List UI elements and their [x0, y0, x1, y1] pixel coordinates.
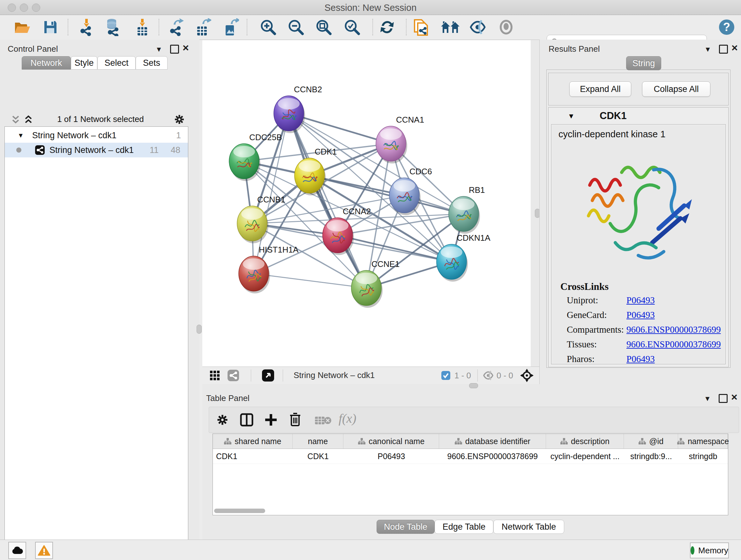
zoom-in-button[interactable]	[258, 17, 279, 37]
table-cell[interactable]: stringdb:9...	[624, 449, 678, 463]
zoom-selected-button[interactable]	[341, 17, 362, 37]
table-cell[interactable]: cyclin-dependent ...	[546, 449, 624, 463]
add-column-icon[interactable]	[264, 413, 278, 427]
float-panel-icon[interactable]	[170, 45, 179, 54]
collapse-all-icon[interactable]	[11, 115, 20, 125]
tab-string[interactable]: String	[626, 56, 661, 70]
crosslink-link[interactable]: 9606.ENSP00000378699	[626, 339, 721, 350]
show-all-button[interactable]	[495, 17, 517, 37]
node-table[interactable]: shared namenamecanonical namedatabase id…	[212, 434, 728, 515]
memory-button[interactable]: Memory	[690, 543, 729, 558]
tab-edge-table[interactable]: Edge Table	[434, 520, 493, 534]
node-CCNE1[interactable]: CCNE1	[351, 259, 400, 308]
string-network-graph[interactable]: CCNB2CCNA1CDC25BCDK1CDC6RB1CCNB1CCNA2CDK…	[202, 40, 531, 367]
crosslink-link[interactable]: P06493	[626, 310, 655, 320]
close-panel-icon[interactable]: ×	[731, 44, 738, 51]
close-panel-icon[interactable]: ×	[731, 393, 738, 400]
edge-HIST1H1A-CCNE1[interactable]	[254, 273, 366, 288]
node-CDC6[interactable]: CDC6	[389, 167, 432, 215]
warning-button[interactable]	[35, 542, 53, 559]
help-button[interactable]: ?	[716, 17, 737, 37]
crosslink-row: Pharos:P06493	[551, 354, 726, 368]
column-header-name[interactable]: name	[293, 434, 344, 449]
refresh-view-button[interactable]	[377, 17, 398, 37]
tab-style[interactable]: Style	[71, 56, 97, 70]
tab-select[interactable]: Select	[97, 56, 136, 70]
open-session-button[interactable]	[12, 17, 33, 37]
toolbar-separator	[373, 19, 373, 36]
save-session-button[interactable]	[40, 17, 61, 37]
export-image-button[interactable]	[220, 17, 242, 37]
node-HIST1H1A[interactable]: HIST1H1A	[239, 245, 299, 294]
panel-menu-icon[interactable]: ▼	[155, 45, 162, 54]
splitter-grip[interactable]	[197, 325, 202, 334]
node-CCNB2[interactable]: CCNB2	[274, 84, 322, 133]
selected-checkbox-icon[interactable]	[441, 371, 451, 380]
import-network-file-button[interactable]	[76, 17, 97, 37]
float-panel-icon[interactable]	[719, 45, 728, 54]
grid-view-icon[interactable]	[209, 370, 220, 381]
first-neighbors-button[interactable]	[440, 17, 461, 37]
table-cell[interactable]: P06493	[344, 449, 440, 463]
table-cell[interactable]: 9606.ENSP00000378699	[439, 449, 546, 463]
column-header--id[interactable]: @id	[624, 434, 678, 449]
network-badge-icon[interactable]	[227, 369, 239, 381]
import-table-file-button[interactable]	[132, 17, 153, 37]
horizontal-scrollbar[interactable]	[213, 509, 728, 514]
column-header-database-identifier[interactable]: database identifier	[439, 434, 546, 449]
save-icon	[43, 20, 58, 35]
network-view-canvas[interactable]: CCNB2CCNA1CDC25BCDK1CDC6RB1CCNB1CCNA2CDK…	[202, 40, 531, 367]
collapse-all-button[interactable]: Collapse All	[642, 81, 711, 97]
network-collection-row[interactable]: ▼ String Network – cdk1 1	[5, 128, 188, 143]
show-columns-icon[interactable]	[240, 413, 254, 427]
zoom-out-button[interactable]	[285, 17, 307, 37]
crosslink-link[interactable]: 9606.ENSP00000378699	[626, 324, 721, 335]
export-network-button[interactable]	[165, 17, 186, 37]
crosslink-link[interactable]: P06493	[626, 295, 655, 306]
crosslink-row: Tissues:9606.ENSP00000378699	[551, 339, 726, 354]
crosslink-link[interactable]: P06493	[626, 354, 655, 364]
import-network-database-button[interactable]	[102, 17, 123, 37]
scrollbar-thumb[interactable]	[214, 509, 265, 513]
node-label-HIST1H1A: HIST1H1A	[259, 245, 299, 254]
gear-icon[interactable]	[216, 414, 229, 426]
tab-network-table[interactable]: Network Table	[493, 520, 564, 534]
hidden-eye-icon[interactable]	[482, 371, 494, 380]
column-header-namespace[interactable]: namespace	[678, 434, 728, 449]
gear-icon[interactable]	[174, 114, 185, 125]
hide-selected-button[interactable]	[467, 17, 488, 37]
expand-all-icon[interactable]	[23, 115, 33, 125]
zoom-fit-button[interactable]	[313, 17, 334, 37]
section-expander-icon[interactable]: ▼	[568, 112, 575, 120]
close-panel-icon[interactable]: ×	[183, 44, 189, 51]
edge-CCNA2-CDKN1A[interactable]	[338, 235, 452, 262]
fit-content-icon[interactable]	[520, 369, 534, 382]
panel-menu-icon[interactable]: ▼	[704, 395, 711, 403]
node-RB1[interactable]: RB1	[449, 185, 485, 234]
tab-node-table[interactable]: Node Table	[377, 520, 434, 534]
tab-sets[interactable]: Sets	[136, 56, 167, 70]
node-CDKN1A[interactable]: CDKN1A	[436, 233, 490, 282]
float-panel-icon[interactable]	[719, 394, 728, 403]
table-cell[interactable]: stringdb	[678, 449, 728, 463]
tab-network[interactable]: Network	[22, 56, 71, 70]
export-table-button[interactable]	[193, 17, 214, 37]
edge-CCNB2-CCNE1[interactable]	[289, 113, 366, 288]
cloud-button[interactable]	[8, 542, 26, 559]
column-header-description[interactable]: description	[546, 434, 624, 449]
delete-column-icon[interactable]	[288, 412, 302, 427]
network-row[interactable]: String Network – cdk1 11 48	[5, 143, 188, 158]
expand-all-button[interactable]: Expand All	[569, 81, 631, 97]
column-header-shared-name[interactable]: shared name	[213, 434, 293, 449]
collection-expander-icon[interactable]: ▼	[17, 132, 24, 139]
panel-menu-icon[interactable]: ▼	[704, 45, 711, 54]
table-cell[interactable]: CDK1	[293, 449, 344, 463]
table-row[interactable]: CDK1CDK1P064939606.ENSP00000378699cyclin…	[213, 449, 728, 464]
node-CCNA1[interactable]: CCNA1	[376, 115, 424, 164]
horizontal-splitter[interactable]	[202, 384, 741, 391]
splitter-grip[interactable]	[469, 383, 478, 388]
birdseye-view-icon[interactable]	[262, 369, 274, 382]
table-cell[interactable]: CDK1	[213, 449, 293, 463]
duplicate-network-button[interactable]	[411, 17, 432, 37]
column-header-canonical-name[interactable]: canonical name	[343, 434, 439, 449]
